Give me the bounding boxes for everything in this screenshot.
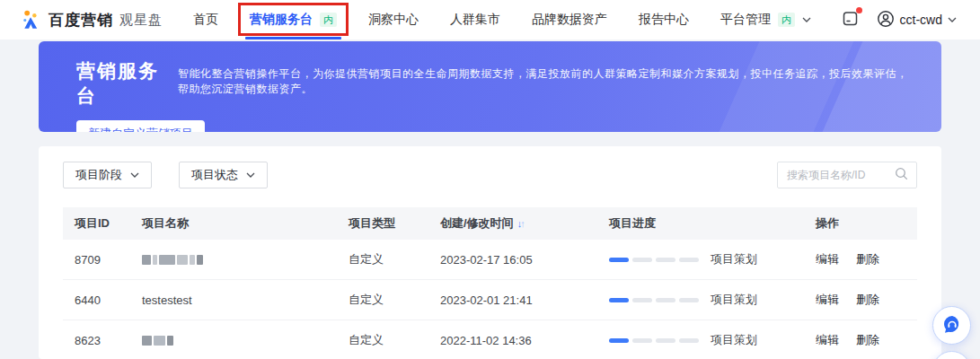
- banner-description: 智能化整合营销操作平台，为你提供营销项目的全生命周期数据支持，满足投放前的人群策…: [178, 66, 914, 97]
- progress-segment: [609, 258, 629, 262]
- search-icon[interactable]: [895, 167, 908, 184]
- col-create-time: 创建/修改时间 ↓ ↑: [428, 215, 597, 232]
- nav-item-1[interactable]: 营销服务台内: [250, 0, 337, 39]
- brand-logo[interactable]: 百度营销 观星盘: [20, 9, 163, 31]
- nav-item-2[interactable]: 洞察中心: [368, 0, 419, 39]
- cell-project-name: [130, 255, 337, 265]
- redaction-block: [142, 336, 152, 346]
- cell-create-time: 2023-02-01 21:41: [428, 293, 597, 307]
- col-actions: 操作: [804, 215, 917, 232]
- new-project-button[interactable]: 新建自定义营销项目: [76, 120, 205, 132]
- table-row: 8623自定义2022-11-02 14:36项目策划编辑删除: [63, 320, 917, 359]
- col-project-name: 项目名称: [130, 215, 337, 232]
- cell-progress: 项目策划: [597, 251, 804, 267]
- redaction-block: [159, 255, 175, 265]
- table-header: 项目ID 项目名称 项目类型 创建/修改时间 ↓ ↑ 项目进度 操作: [63, 207, 917, 240]
- progress-segment: [609, 298, 629, 302]
- cell-project-id: 6440: [63, 293, 130, 307]
- delete-link[interactable]: 删除: [856, 292, 879, 308]
- stage-filter-label: 项目阶段: [75, 167, 122, 183]
- clipboard-icon: [842, 10, 859, 31]
- nav-item-6[interactable]: 平台管理内: [720, 0, 811, 39]
- sort-icon[interactable]: ↓ ↑: [517, 218, 525, 229]
- progress-bar: [609, 298, 699, 302]
- edit-link[interactable]: 编辑: [816, 292, 839, 308]
- progress-segment: [609, 338, 629, 343]
- baidu-marketing-logo-icon: [20, 9, 42, 31]
- progress-segment: [679, 338, 699, 343]
- progress-segment: [656, 298, 675, 302]
- redaction-block: [177, 255, 188, 265]
- filter-bar: 项目阶段 项目状态: [63, 162, 917, 188]
- redacted-name: [142, 336, 173, 346]
- cell-actions: 编辑删除: [804, 292, 917, 308]
- nav-item-0[interactable]: 首页: [193, 0, 218, 39]
- nei-badge: 内: [778, 13, 795, 27]
- table-body: 8709自定义2023-02-17 16:05项目策划编辑删除6440teste…: [63, 240, 917, 359]
- chevron-down-icon: [130, 172, 139, 178]
- nav-item-4[interactable]: 品牌数据资产: [532, 0, 607, 39]
- nav-item-label: 报告中心: [639, 12, 689, 28]
- nav-item-3[interactable]: 人群集市: [450, 0, 500, 39]
- table-row: 6440testestest自定义2023-02-01 21:41项目策划编辑删…: [63, 280, 917, 320]
- col-project-type: 项目类型: [337, 215, 428, 232]
- marketing-banner: 营销服务台 智能化整合营销操作平台，为你提供营销项目的全生命周期数据支持，满足投…: [39, 41, 941, 132]
- progress-stage-label: 项目策划: [711, 292, 757, 308]
- status-filter-dropdown[interactable]: 项目状态: [179, 162, 268, 188]
- cell-actions: 编辑删除: [804, 332, 917, 348]
- cell-project-type: 自定义: [337, 251, 428, 267]
- nav-item-label: 品牌数据资产: [532, 12, 607, 28]
- nav-item-5[interactable]: 报告中心: [639, 0, 689, 39]
- project-table: 项目ID 项目名称 项目类型 创建/修改时间 ↓ ↑ 项目进度 操作 8709自…: [63, 207, 917, 359]
- cell-project-type: 自定义: [337, 332, 428, 348]
- edit-link[interactable]: 编辑: [816, 332, 839, 348]
- progress-bar: [609, 338, 699, 343]
- avatar-icon: [877, 10, 895, 31]
- status-filter-label: 项目状态: [191, 167, 238, 183]
- progress-bar: [609, 258, 699, 262]
- progress-segment: [632, 338, 652, 343]
- nav-item-label: 营销服务台: [250, 12, 313, 28]
- customer-service-button[interactable]: [932, 306, 971, 345]
- delete-link[interactable]: 删除: [856, 332, 879, 348]
- search-input[interactable]: [787, 169, 895, 181]
- notification-red-dot: [856, 7, 862, 13]
- nav-right: cct-cwd: [842, 10, 957, 31]
- user-menu[interactable]: cct-cwd: [877, 10, 957, 31]
- progress-stage-label: 项目策划: [711, 332, 757, 348]
- project-list-card: 项目阶段 项目状态 项目ID 项目名称 项目类型: [39, 146, 941, 359]
- delete-link[interactable]: 删除: [856, 251, 879, 267]
- search-box: [777, 162, 917, 188]
- edit-link[interactable]: 编辑: [816, 251, 839, 267]
- redaction-block: [190, 255, 195, 265]
- cell-project-type: 自定义: [337, 292, 428, 308]
- nav-item-label: 首页: [193, 12, 218, 28]
- col-project-progress: 项目进度: [597, 215, 804, 232]
- table-row: 8709自定义2023-02-17 16:05项目策划编辑删除: [63, 240, 917, 280]
- banner-title: 营销服务台: [76, 58, 164, 109]
- notification-button[interactable]: [842, 10, 859, 31]
- cell-progress: 项目策划: [597, 332, 804, 348]
- active-tab-underline: [245, 37, 341, 39]
- progress-segment: [679, 298, 699, 302]
- progress-segment: [679, 258, 699, 262]
- redaction-block: [142, 255, 151, 265]
- cell-project-name: testestest: [130, 293, 337, 307]
- nei-badge: 内: [320, 13, 337, 27]
- redaction-block: [153, 255, 157, 265]
- nav-item-label: 洞察中心: [368, 12, 419, 28]
- progress-segment: [656, 258, 675, 262]
- cell-progress: 项目策划: [597, 292, 804, 308]
- col-project-id: 项目ID: [63, 215, 130, 232]
- nav-item-label: 平台管理: [720, 12, 771, 28]
- redaction-block: [154, 336, 165, 346]
- stage-filter-dropdown[interactable]: 项目阶段: [63, 162, 152, 188]
- nav-item-label: 人群集市: [450, 12, 500, 28]
- cell-project-id: 8623: [63, 334, 130, 347]
- top-navbar: 百度营销 观星盘 首页营销服务台内洞察中心人群集市品牌数据资产报告中心平台管理内: [0, 0, 980, 39]
- username: cct-cwd: [900, 13, 942, 27]
- product-name: 观星盘: [119, 12, 163, 29]
- brand-name: 百度营销: [49, 10, 113, 31]
- nav-items: 首页营销服务台内洞察中心人群集市品牌数据资产报告中心平台管理内: [193, 0, 811, 39]
- chevron-down-icon: [948, 17, 957, 22]
